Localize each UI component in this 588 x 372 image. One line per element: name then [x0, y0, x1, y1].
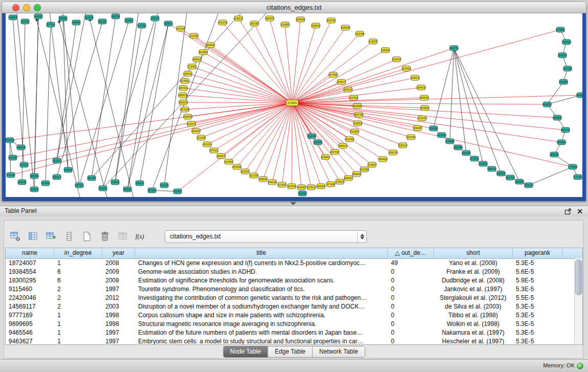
graph-node[interactable]: 2274513: [180, 78, 189, 83]
graph-node[interactable]: 907452: [148, 188, 156, 193]
vertical-scrollbar[interactable]: [574, 258, 582, 344]
graph-node[interactable]: 1886049: [420, 95, 429, 100]
graph-node[interactable]: 903581: [164, 21, 172, 26]
graph-node[interactable]: 912046: [9, 155, 17, 160]
cell-pagerank[interactable]: 5.3E-5: [513, 320, 562, 329]
graph-node[interactable]: 946562: [34, 14, 42, 19]
graph-node[interactable]: 1911548: [197, 135, 206, 140]
graph-node[interactable]: 1962045: [352, 171, 361, 177]
table-row[interactable]: 977716911998Corpus callosum shape and si…: [6, 311, 582, 320]
cell-short[interactable]: Stergiakouli et al. (2012): [434, 294, 513, 302]
graph-node[interactable]: 2135607: [367, 162, 377, 167]
graph-node[interactable]: 1952487: [462, 150, 471, 156]
cell-title[interactable]: Disruption of a novel member of a sodium…: [135, 302, 388, 311]
cell-in_degree[interactable]: 6: [54, 276, 102, 285]
table-row[interactable]: 2242004622012Investigating the contribut…: [6, 294, 582, 302]
graph-node[interactable]: 957024: [75, 183, 83, 188]
cell-year[interactable]: 1997: [102, 329, 135, 337]
graph-node[interactable]: 2080316: [398, 143, 407, 148]
show-columns-icon[interactable]: [27, 230, 39, 243]
cell-short[interactable]: Jankovic et al. (1997): [434, 285, 513, 294]
window-titlebar[interactable]: citations_edges.txt: [2, 2, 586, 13]
cell-year[interactable]: 1998: [102, 311, 135, 320]
cell-year[interactable]: 1997: [102, 337, 135, 345]
graph-node[interactable]: 1854092: [232, 164, 242, 169]
cell-pagerank[interactable]: 5.3E-5: [513, 285, 562, 294]
graph-node[interactable]: 969969: [59, 16, 67, 21]
column-header-title[interactable]: title: [135, 248, 388, 258]
graph-node[interactable]: 1892056: [316, 184, 325, 189]
cell-name[interactable]: 9463627: [6, 337, 54, 345]
graph-node[interactable]: 1902368: [355, 31, 364, 36]
network-canvas[interactable]: 9054639115469465629777169699699463549320…: [6, 13, 582, 197]
graph-node[interactable]: 1837502: [349, 95, 358, 100]
cell-pagerank[interactable]: 5.9E-5: [513, 276, 562, 285]
graph-node[interactable]: 915407: [173, 189, 182, 194]
cell-name[interactable]: 22420046: [6, 294, 54, 302]
import-table-icon[interactable]: [117, 230, 129, 243]
close-panel-icon[interactable]: ✕: [577, 207, 583, 216]
cell-title[interactable]: Tourette syndrome. Phenomenology and cla…: [135, 285, 388, 294]
graph-node[interactable]: 1847206: [506, 175, 515, 180]
graph-node[interactable]: 935102: [20, 162, 28, 167]
graph-node[interactable]: 1952803: [559, 79, 568, 84]
cell-in_degree[interactable]: 1: [54, 320, 102, 329]
cell-year[interactable]: 2008: [102, 259, 135, 268]
graph-node[interactable]: 1732405: [187, 64, 197, 69]
graph-node[interactable]: 2231056: [189, 33, 199, 38]
graph-node[interactable]: 2140875: [368, 39, 378, 44]
graph-node[interactable]: 1904652: [478, 161, 488, 166]
close-window-button[interactable]: [12, 4, 19, 11]
graph-node-center[interactable]: 172401: [286, 100, 298, 106]
column-header-short[interactable]: short: [434, 248, 513, 258]
cell-in_degree[interactable]: 1: [54, 337, 102, 345]
cell-out_de[interactable]: 0: [388, 268, 434, 276]
graph-node[interactable]: 1906587: [553, 115, 562, 120]
graph-node[interactable]: 1984072: [265, 16, 274, 21]
cell-short[interactable]: Nakamura et al. (1997): [434, 329, 513, 337]
graph-node[interactable]: 935216: [136, 181, 144, 186]
graph-node[interactable]: 932054: [85, 15, 93, 20]
graph-node[interactable]: 911546: [21, 19, 29, 24]
graph-node[interactable]: 1948503: [420, 105, 429, 111]
cell-name[interactable]: 14569117: [6, 302, 54, 311]
graph-node[interactable]: 1889042: [258, 177, 268, 182]
graph-node[interactable]: 1890745: [388, 150, 398, 155]
graph-node[interactable]: 1830027: [191, 128, 201, 134]
tab-edge-table[interactable]: Edge Table: [268, 346, 313, 357]
graph-node[interactable]: 1938450: [183, 114, 192, 119]
cell-out_de[interactable]: 0: [388, 302, 434, 311]
cell-in_degree[interactable]: 6: [54, 268, 102, 276]
graph-node[interactable]: 918543: [111, 180, 119, 185]
graph-node[interactable]: 1968720: [487, 166, 496, 171]
graph-node[interactable]: 1934807: [350, 129, 359, 134]
graph-node[interactable]: 948260: [64, 167, 72, 172]
cell-title[interactable]: Investigating the contribution of common…: [135, 294, 388, 302]
cell-pagerank[interactable]: 5.3E-5: [513, 259, 562, 268]
graph-node[interactable]: 1893064: [453, 145, 463, 150]
column-header-year[interactable]: year: [102, 248, 135, 258]
column-header-pagerank[interactable]: pagerank: [513, 248, 562, 258]
cell-out_de[interactable]: 0: [388, 311, 434, 320]
graph-node[interactable]: 916032: [30, 187, 38, 192]
graph-node[interactable]: 904378: [88, 176, 96, 181]
graph-node[interactable]: 2087345: [354, 112, 363, 117]
cell-out_de[interactable]: 0: [388, 276, 434, 285]
cell-year[interactable]: 2003: [102, 302, 135, 311]
cell-out_de[interactable]: 0: [388, 294, 434, 302]
graph-node[interactable]: 1956820: [381, 48, 390, 53]
cell-year[interactable]: 2009: [102, 268, 135, 276]
graph-node[interactable]: 677102: [574, 174, 582, 180]
cell-name[interactable]: 9465546: [6, 329, 54, 337]
graph-node[interactable]: 2065134: [343, 87, 353, 92]
row-tools-icon[interactable]: [63, 230, 75, 243]
cell-pagerank[interactable]: 5.3E-5: [513, 337, 562, 345]
graph-node[interactable]: 2056148: [524, 183, 533, 188]
combobox-stepper-icon[interactable]: [357, 231, 366, 243]
graph-node[interactable]: 1923671: [241, 169, 250, 174]
graph-node[interactable]: 1873056: [329, 72, 338, 77]
cell-pagerank[interactable]: 5.3E-5: [513, 302, 562, 311]
float-panel-icon[interactable]: [564, 208, 572, 214]
cell-title[interactable]: Estimation of the future numbers of pati…: [135, 329, 388, 337]
graph-node[interactable]: 1930245: [218, 20, 227, 25]
